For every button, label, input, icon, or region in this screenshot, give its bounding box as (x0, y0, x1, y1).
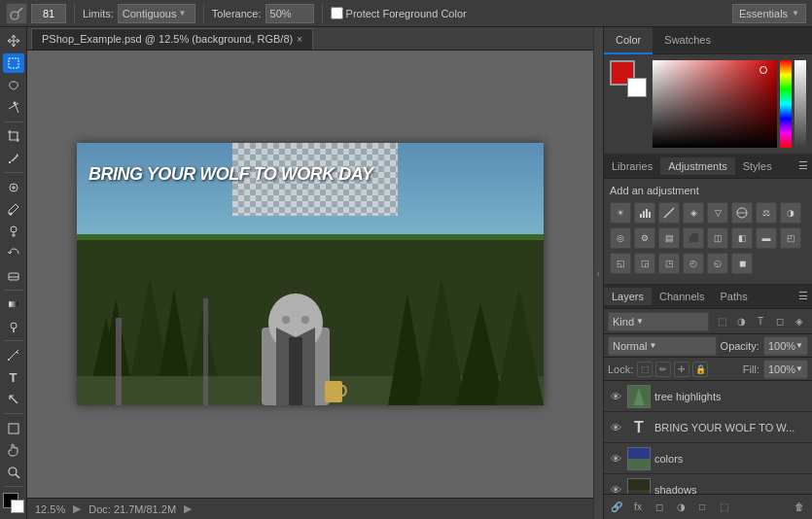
layers-menu-icon[interactable]: ☰ (798, 290, 808, 301)
color-balance-btn[interactable]: ⚖ (756, 202, 777, 224)
magic-wand-btn[interactable] (3, 97, 24, 118)
document-tab[interactable]: PShop_Example.psd @ 12.5% (background, R… (31, 28, 313, 50)
tool-preset-btn[interactable] (6, 3, 27, 24)
type-tool-btn[interactable]: T (3, 367, 24, 388)
layers-kind-dropdown[interactable]: Kind ▼ (608, 312, 709, 331)
gradient-map-btn[interactable]: ▬ (756, 227, 777, 249)
lock-transparent-btn[interactable]: ⬚ (637, 362, 653, 377)
brush-size-input[interactable]: 81 (31, 4, 66, 23)
add-mask-btn[interactable]: ◻ (651, 499, 668, 516)
zoom-tool-btn[interactable] (3, 463, 24, 483)
add-layer-style-btn[interactable]: fx (629, 499, 647, 516)
filter-smart-icon[interactable]: ◈ (791, 313, 808, 330)
photo-filter-btn[interactable]: ◎ (610, 227, 631, 249)
filter-type-icon[interactable]: T (752, 313, 769, 330)
protect-fg-checkbox[interactable] (331, 7, 343, 19)
threshold-btn[interactable]: ◧ (731, 227, 753, 249)
new-fill-adj-btn[interactable]: ◑ (672, 499, 689, 516)
fill-input[interactable]: 100% ▼ (763, 360, 808, 379)
new-group-btn[interactable]: □ (693, 499, 711, 516)
levels-btn[interactable] (634, 202, 655, 224)
adj-extra-5[interactable]: ◵ (707, 253, 728, 274)
path-select-btn[interactable] (3, 390, 24, 410)
filter-adj-icon[interactable]: ◑ (732, 313, 750, 330)
bw-btn[interactable]: ◑ (780, 202, 801, 224)
protect-fg-checkbox-label[interactable]: Protect Foreground Color (331, 7, 467, 19)
new-layer-btn[interactable]: ⬚ (715, 499, 732, 516)
adj-extra-1[interactable]: ◱ (610, 253, 631, 274)
hand-tool-btn[interactable] (3, 440, 24, 461)
crop-tool-btn[interactable] (3, 126, 24, 147)
adj-extra-2[interactable]: ◲ (634, 253, 655, 274)
gradient-tool-btn[interactable] (3, 294, 24, 315)
color-swatch-group[interactable] (3, 493, 24, 513)
filter-shape-icon[interactable]: ◻ (771, 313, 789, 330)
color-spectrum-area[interactable] (653, 60, 806, 148)
marquee-tool-btn[interactable] (3, 53, 24, 74)
exposure-btn[interactable]: ◈ (683, 202, 704, 224)
panel-collapse-btn[interactable]: ‹ (593, 27, 603, 519)
layer-item[interactable]: 👁 colors (604, 443, 812, 474)
zoom-arrow-icon[interactable]: ▶ (73, 502, 81, 515)
brightness-contrast-btn[interactable]: ☀ (610, 202, 631, 224)
opacity-input[interactable]: 100% ▼ (763, 336, 808, 356)
adj-extra-6[interactable]: ◼ (731, 253, 753, 274)
lock-position-btn[interactable]: ✛ (674, 362, 689, 377)
history-brush-btn[interactable] (3, 243, 24, 263)
dodge-tool-btn[interactable] (3, 316, 24, 336)
workspace-dropdown[interactable]: Essentials ▼ (732, 4, 806, 23)
limits-dropdown[interactable]: Contiguous ▼ (118, 4, 195, 23)
tab-paths[interactable]: Paths (713, 288, 756, 305)
layer-visibility-btn[interactable]: 👁 (608, 389, 623, 404)
adj-extra-4[interactable]: ◴ (683, 253, 704, 274)
invert-btn[interactable]: ⬛ (683, 227, 704, 249)
layer-visibility-btn[interactable]: 👁 (608, 482, 623, 495)
layer-item[interactable]: 👁 shadows (604, 474, 812, 494)
delete-layer-btn[interactable]: 🗑 (791, 499, 808, 516)
tab-adjustments[interactable]: Adjustments (660, 157, 735, 175)
layer-item[interactable]: 👁 tree highlights (604, 381, 812, 412)
tab-close-btn[interactable]: × (297, 34, 302, 45)
color-field[interactable] (653, 60, 777, 148)
selective-color-btn[interactable]: ◰ (780, 227, 801, 249)
adj-panel-menu-icon[interactable]: ☰ (798, 159, 808, 172)
canvas-container[interactable]: BRING YOUR WOLF TO WORK DAY (27, 51, 593, 498)
hue-slider[interactable] (780, 60, 792, 148)
background-swatch[interactable] (627, 78, 647, 97)
shape-tool-btn[interactable] (3, 418, 24, 438)
channel-mixer-btn[interactable]: ⚙ (634, 227, 655, 249)
vibrance-btn[interactable]: ▽ (707, 202, 728, 224)
lock-image-btn[interactable]: ✏ (655, 362, 671, 377)
link-layers-btn[interactable]: 🔗 (608, 499, 625, 516)
tab-color[interactable]: Color (604, 27, 653, 54)
lock-all-btn[interactable]: 🔒 (692, 362, 708, 377)
adj-extra-3[interactable]: ◳ (658, 253, 680, 274)
healing-brush-btn[interactable] (3, 177, 24, 197)
doc-info-arrow-icon[interactable]: ▶ (184, 502, 192, 515)
eraser-btn[interactable] (3, 265, 24, 286)
layer-item[interactable]: 👁 T BRING YOUR WOLF TO W... (604, 412, 812, 443)
move-tool-btn[interactable] (3, 31, 24, 52)
filter-pixel-icon[interactable]: ⬚ (713, 313, 730, 330)
fg-bg-swatches[interactable] (610, 60, 647, 97)
tab-styles[interactable]: Styles (735, 157, 780, 175)
background-color-swatch[interactable] (11, 500, 24, 513)
tab-layers[interactable]: Layers (604, 288, 652, 305)
tab-channels[interactable]: Channels (652, 288, 712, 305)
opacity-slider-color[interactable] (794, 60, 806, 148)
lasso-tool-btn[interactable] (3, 75, 24, 95)
tolerance-dropdown[interactable]: 50% (265, 4, 314, 23)
hsl-btn[interactable] (731, 202, 753, 224)
eyedropper-btn[interactable] (3, 149, 24, 169)
layers-panel-menu[interactable]: ☰ (798, 290, 812, 302)
layer-visibility-btn[interactable]: 👁 (608, 420, 623, 435)
brush-tool-btn[interactable] (3, 199, 24, 220)
color-lookup-btn[interactable]: ▤ (658, 227, 680, 249)
posterize-btn[interactable]: ◫ (707, 227, 728, 249)
layer-visibility-btn[interactable]: 👁 (608, 451, 623, 467)
pen-tool-btn[interactable] (3, 345, 24, 365)
tab-swatches[interactable]: Swatches (653, 27, 723, 54)
blend-mode-dropdown[interactable]: Normal ▼ (608, 336, 717, 356)
tab-libraries[interactable]: Libraries (604, 157, 660, 175)
clone-stamp-btn[interactable] (3, 222, 24, 242)
